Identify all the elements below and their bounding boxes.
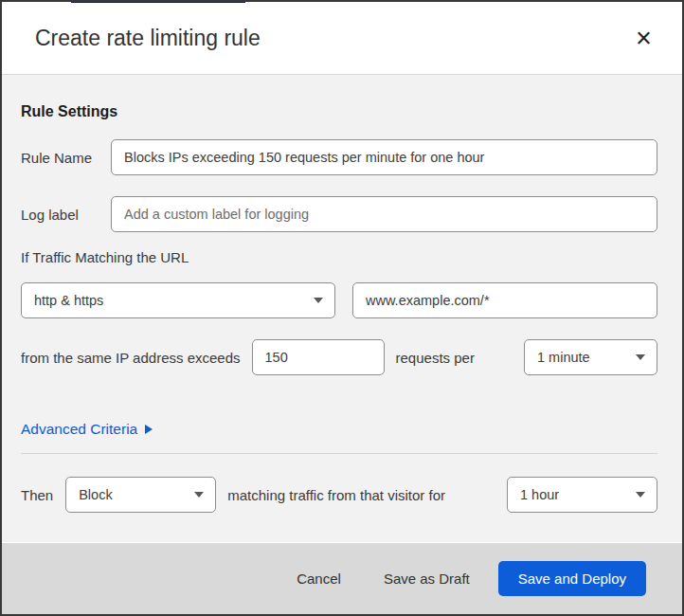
section-divider xyxy=(21,453,657,454)
advanced-criteria-label: Advanced Criteria xyxy=(21,421,137,438)
log-label-row: Log label xyxy=(21,196,657,232)
dialog-footer: Cancel Save as Draft Save and Deploy xyxy=(2,543,682,614)
chevron-down-icon xyxy=(636,354,645,360)
save-and-deploy-button[interactable]: Save and Deploy xyxy=(498,561,646,596)
traffic-match-heading: If Traffic Matching the URL xyxy=(21,249,657,265)
rule-name-input[interactable] xyxy=(111,139,657,175)
log-label-input[interactable] xyxy=(111,196,657,232)
rule-name-label: Rule Name xyxy=(21,150,111,166)
rule-settings-heading: Rule Settings xyxy=(21,103,657,120)
rule-name-row: Rule Name xyxy=(21,139,657,175)
action-row: Then Block matching traffic from that vi… xyxy=(21,477,657,513)
dialog-header: Create rate limiting rule × xyxy=(2,2,682,75)
period-select[interactable]: 1 minute xyxy=(524,339,657,375)
url-pattern-input[interactable] xyxy=(352,282,657,318)
action-select-value: Block xyxy=(79,487,112,502)
request-count-input[interactable] xyxy=(252,339,385,375)
chevron-down-icon xyxy=(194,492,204,498)
scheme-select-value: http & https xyxy=(34,293,103,308)
create-rate-limiting-rule-dialog: Create rate limiting rule × Rule Setting… xyxy=(0,0,684,616)
log-label-label: Log label xyxy=(21,207,111,223)
url-match-row: http & https xyxy=(21,282,657,318)
chevron-down-icon xyxy=(636,492,645,498)
chevron-down-icon xyxy=(314,298,323,303)
page-behind-top-edge xyxy=(71,0,245,3)
close-icon[interactable]: × xyxy=(630,25,657,51)
then-text: Then xyxy=(21,487,53,503)
dialog-body: Rule Settings Rule Name Log label If Tra… xyxy=(2,75,682,542)
cancel-button[interactable]: Cancel xyxy=(282,563,355,594)
chevron-right-icon xyxy=(145,425,153,434)
action-select[interactable]: Block xyxy=(65,477,216,513)
requests-per-text: requests per xyxy=(396,350,475,366)
duration-select[interactable]: 1 hour xyxy=(507,477,657,513)
scheme-select[interactable]: http & https xyxy=(21,282,335,318)
dialog-title: Create rate limiting rule xyxy=(35,26,630,51)
advanced-criteria-link[interactable]: Advanced Criteria xyxy=(21,421,153,438)
matching-traffic-text: matching traffic from that visitor for xyxy=(227,487,445,503)
threshold-row: from the same IP address exceeds request… xyxy=(21,339,657,375)
save-as-draft-button[interactable]: Save as Draft xyxy=(369,563,484,594)
duration-select-value: 1 hour xyxy=(520,487,559,502)
period-select-value: 1 minute xyxy=(537,350,590,365)
threshold-prefix-text: from the same IP address exceeds xyxy=(21,350,241,366)
